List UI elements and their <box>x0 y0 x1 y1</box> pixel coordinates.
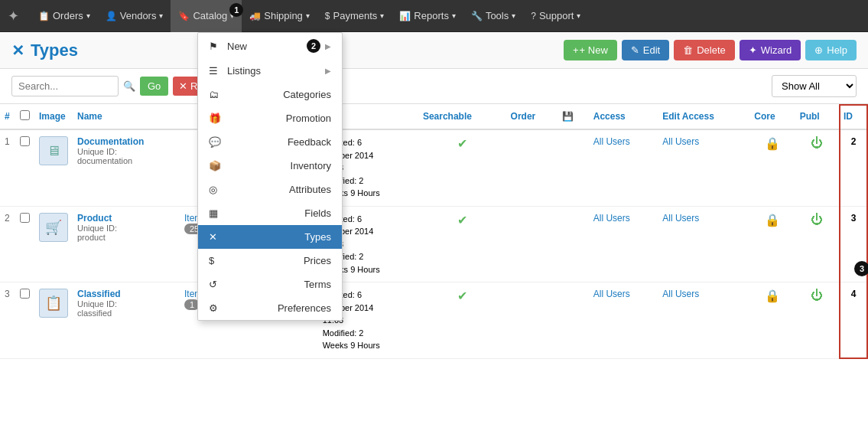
row-3-check[interactable] <box>15 282 34 359</box>
col-name: Name <box>73 104 180 129</box>
nav-catalog-badge: 1 <box>229 3 243 17</box>
row-1-order <box>506 129 558 206</box>
support-arrow: ▾ <box>577 11 580 20</box>
nav-support[interactable]: ? Support ▾ <box>523 0 588 32</box>
row-1-unique-id: Unique ID:documentation <box>77 147 175 165</box>
row-3-image: 📋 <box>34 282 73 359</box>
col-access: Access <box>589 104 658 129</box>
row-3-image-icon: 📋 <box>39 289 68 318</box>
dropdown-preferences-label: Preferences <box>278 302 331 314</box>
nav-payments[interactable]: $ Payments ▾ <box>317 0 392 32</box>
dropdown-preferences[interactable]: ⚙ Preferences <box>198 296 342 320</box>
vendors-arrow: ▾ <box>159 11 163 20</box>
col-check <box>15 104 34 129</box>
nav-catalog-label: Catalog <box>193 10 227 21</box>
row-2-num: 2 <box>0 206 15 282</box>
wizard-button[interactable]: ✦ Wizard <box>740 40 801 60</box>
new-button[interactable]: + + New <box>564 40 617 60</box>
dropdown-attributes[interactable]: ◎ Attributes <box>198 178 342 201</box>
row-1-id: 2 <box>839 129 868 206</box>
show-all-select[interactable]: Show All Published Unpublished <box>772 75 857 97</box>
row-1-image: 🖥 <box>34 129 73 206</box>
col-save: 💾 <box>558 104 589 129</box>
preferences-icon: ⚙ <box>209 302 221 314</box>
catalog-icon: 🔖 <box>178 11 190 21</box>
dropdown-inventory-label: Inventory <box>291 160 331 171</box>
nav-vendors-label: Vendors <box>120 10 157 21</box>
delete-button[interactable]: 🗑 Delete <box>674 40 735 60</box>
row-1-published: ⏻ <box>795 129 839 206</box>
nav-reports-label: Reports <box>414 10 449 21</box>
row-2-name-link[interactable]: Product <box>77 213 112 224</box>
select-all-checkbox[interactable] <box>20 110 30 120</box>
row-2-lock-icon: 🔒 <box>765 214 780 227</box>
payments-icon: $ <box>325 11 330 21</box>
row-1-check[interactable] <box>15 129 34 206</box>
nav-orders[interactable]: 📋 Orders ▾ <box>31 0 98 32</box>
row-2-image: 🛒 <box>34 206 73 282</box>
attributes-icon: ◎ <box>209 184 221 195</box>
row-3-checkbox[interactable] <box>20 289 30 299</box>
edit-button[interactable]: ✎ Edit <box>622 40 669 60</box>
nav-catalog[interactable]: 🔖 Catalog ▾ 1 <box>171 0 242 32</box>
listings-icon: ☰ <box>209 65 221 77</box>
help-icon: ⊕ <box>814 44 823 56</box>
row-2-access: All Users <box>589 206 658 282</box>
go-button[interactable]: Go <box>140 77 168 96</box>
page-header: ✕ Types + + New ✎ Edit 🗑 Delete ✦ Wizard… <box>0 32 868 69</box>
dropdown-promotion[interactable]: 🎁 Promotion <box>198 106 342 130</box>
row-2-unique-id: Unique ID:product <box>77 224 175 242</box>
row-2-check[interactable] <box>15 206 34 282</box>
row-1-lock-icon: 🔒 <box>765 137 780 150</box>
col-image: Image <box>34 104 73 129</box>
dropdown-new[interactable]: ⚑ New 2 ▶ <box>198 33 342 59</box>
nav-payments-label: Payments <box>333 10 378 21</box>
help-button[interactable]: ⊕ Help <box>805 40 857 60</box>
dropdown-feedback[interactable]: 💬 Feedback <box>198 130 342 154</box>
row-3-published: ⏻ <box>795 282 839 359</box>
dropdown-new-label: New <box>227 41 247 52</box>
table-row: 1 🖥 Documentation Unique ID:documentatio… <box>0 129 868 206</box>
terms-icon: ↺ <box>209 279 221 290</box>
dropdown-categories[interactable]: 🗂 Categories <box>198 83 342 106</box>
row-3-name-link[interactable]: Classified <box>77 289 121 299</box>
row-3-save <box>558 282 589 359</box>
nav-orders-label: Orders <box>53 10 83 21</box>
nav-reports[interactable]: 📊 Reports ▾ <box>392 0 463 32</box>
dropdown-promotion-label: Promotion <box>286 113 331 124</box>
dropdown-terms[interactable]: ↺ Terms <box>198 273 342 296</box>
wizard-icon: ✦ <box>749 44 757 56</box>
row-1-num: 1 <box>0 129 15 206</box>
dropdown-listings[interactable]: ☰ Listings ▶ <box>198 59 342 83</box>
top-navigation: ✦ 📋 Orders ▾ 👤 Vendors ▾ 🔖 Catalog ▾ 1 🚚… <box>0 0 868 32</box>
row-2-save <box>558 206 589 282</box>
dropdown-types[interactable]: ✕ Types <box>198 225 342 249</box>
search-input[interactable] <box>11 76 119 96</box>
page-title: Types <box>31 41 78 60</box>
inventory-icon: 📦 <box>209 160 221 171</box>
dropdown-prices[interactable]: $ Prices <box>198 249 342 273</box>
nav-shipping[interactable]: 🚚 Shipping ▾ <box>242 0 317 32</box>
tools-arrow: ▾ <box>512 11 515 20</box>
row-1-checkbox[interactable] <box>20 136 30 146</box>
dropdown-inventory[interactable]: 📦 Inventory <box>198 154 342 178</box>
row-3-searchable: ✔ <box>418 282 506 359</box>
prices-icon: $ <box>209 255 221 266</box>
nav-support-label: Support <box>539 10 574 21</box>
nav-vendors[interactable]: 👤 Vendors ▾ <box>98 0 171 32</box>
row-1-image-icon: 🖥 <box>39 136 68 165</box>
row-1-access: All Users <box>589 129 658 206</box>
row-2-checkbox[interactable] <box>20 213 30 223</box>
nav-tools[interactable]: 🔧 Tools ▾ <box>463 0 523 32</box>
row-1-name-link[interactable]: Documentation <box>77 136 144 147</box>
dropdown-terms-label: Terms <box>304 279 331 290</box>
row-2-core: 🔒 <box>749 206 795 282</box>
col-num: # <box>0 104 15 129</box>
logo-icon[interactable]: ✦ <box>8 8 19 24</box>
types-menu-icon: ✕ <box>209 231 221 243</box>
row-1-searchable: ✔ <box>418 129 506 206</box>
row-2-published: ⏻ <box>795 206 839 282</box>
dropdown-fields[interactable]: ▦ Fields <box>198 201 342 225</box>
search-icon: 🔍 <box>123 80 135 92</box>
dropdown-new-badge: 2 <box>307 39 320 53</box>
